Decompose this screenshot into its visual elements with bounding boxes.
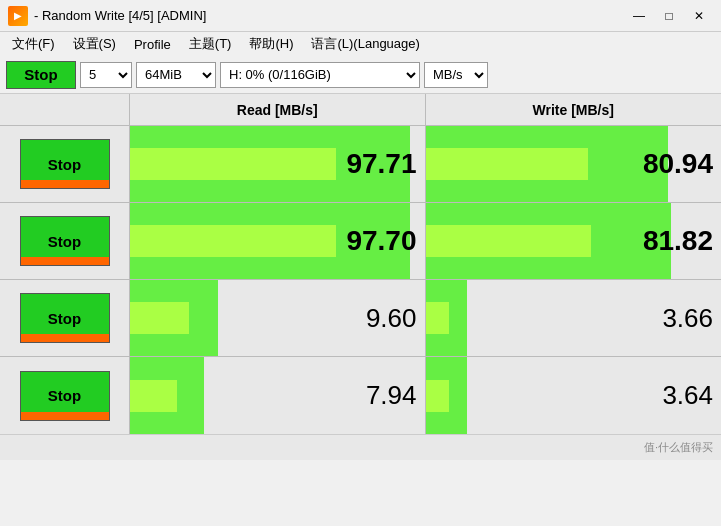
menu-bar: 文件(F)设置(S)Profile主题(T)帮助(H)语言(L)(Languag… — [0, 32, 721, 56]
menu-item-h[interactable]: 帮助(H) — [241, 33, 301, 55]
footer: 值·什么值得买 — [0, 434, 721, 460]
read-value-2: 9.60 — [138, 303, 417, 334]
row-btn-cell-0: Stop — [0, 126, 130, 202]
row-btn-cell-1: Stop — [0, 203, 130, 279]
stop-button-row-0[interactable]: Stop — [20, 139, 110, 189]
table-row: Stop7.943.64 — [0, 357, 721, 434]
read-cell-0: 97.71 — [130, 126, 426, 202]
header-btn-col — [0, 94, 130, 125]
write-cell-0: 80.94 — [426, 126, 722, 202]
main-stop-button[interactable]: Stop — [6, 61, 76, 89]
title-bar: ▶ - Random Write [4/5] [ADMIN] — □ ✕ — [0, 0, 721, 32]
drive-select[interactable]: H: 0% (0/116GiB) — [220, 62, 420, 88]
write-value-1: 81.82 — [434, 225, 714, 257]
read-cell-2: 9.60 — [130, 280, 426, 356]
stop-button-row-3[interactable]: Stop — [20, 371, 110, 421]
menu-item-llanguage[interactable]: 语言(L)(Language) — [303, 33, 427, 55]
row-btn-cell-3: Stop — [0, 357, 130, 434]
header-read: Read [MB/s] — [130, 94, 426, 125]
window-title: - Random Write [4/5] [ADMIN] — [34, 8, 206, 23]
table-row: Stop97.7180.94 — [0, 126, 721, 203]
table-header: Read [MB/s] Write [MB/s] — [0, 94, 721, 126]
stop-button-row-1[interactable]: Stop — [20, 216, 110, 266]
read-value-1: 97.70 — [138, 225, 417, 257]
write-value-0: 80.94 — [434, 148, 714, 180]
write-value-3: 3.64 — [434, 380, 714, 411]
menu-item-t[interactable]: 主题(T) — [181, 33, 240, 55]
passes-select[interactable]: 5 1 3 9 — [80, 62, 132, 88]
block-size-select[interactable]: 64MiB 1MiB 4MiB 128MiB 1GiB — [136, 62, 216, 88]
title-bar-left: ▶ - Random Write [4/5] [ADMIN] — [8, 6, 206, 26]
write-cell-2: 3.66 — [426, 280, 722, 356]
minimize-button[interactable]: — — [625, 6, 653, 26]
table-body: Stop97.7180.94Stop97.7081.82Stop9.603.66… — [0, 126, 721, 434]
read-value-0: 97.71 — [138, 148, 417, 180]
write-value-2: 3.66 — [434, 303, 714, 334]
menu-item-f[interactable]: 文件(F) — [4, 33, 63, 55]
toolbar: Stop 5 1 3 9 64MiB 1MiB 4MiB 128MiB 1GiB… — [0, 56, 721, 94]
table-row: Stop9.603.66 — [0, 280, 721, 357]
close-button[interactable]: ✕ — [685, 6, 713, 26]
unit-select[interactable]: MB/s GB/s — [424, 62, 488, 88]
window-controls: — □ ✕ — [625, 6, 713, 26]
stop-button-row-2[interactable]: Stop — [20, 293, 110, 343]
menu-item-s[interactable]: 设置(S) — [65, 33, 124, 55]
read-cell-1: 97.70 — [130, 203, 426, 279]
write-cell-3: 3.64 — [426, 357, 722, 434]
table-row: Stop97.7081.82 — [0, 203, 721, 280]
read-cell-3: 7.94 — [130, 357, 426, 434]
maximize-button[interactable]: □ — [655, 6, 683, 26]
write-cell-1: 81.82 — [426, 203, 722, 279]
header-write: Write [MB/s] — [426, 94, 722, 125]
read-value-3: 7.94 — [138, 380, 417, 411]
row-btn-cell-2: Stop — [0, 280, 130, 356]
menu-item-profile[interactable]: Profile — [126, 35, 179, 54]
watermark: 值·什么值得买 — [644, 440, 713, 455]
app-icon: ▶ — [8, 6, 28, 26]
